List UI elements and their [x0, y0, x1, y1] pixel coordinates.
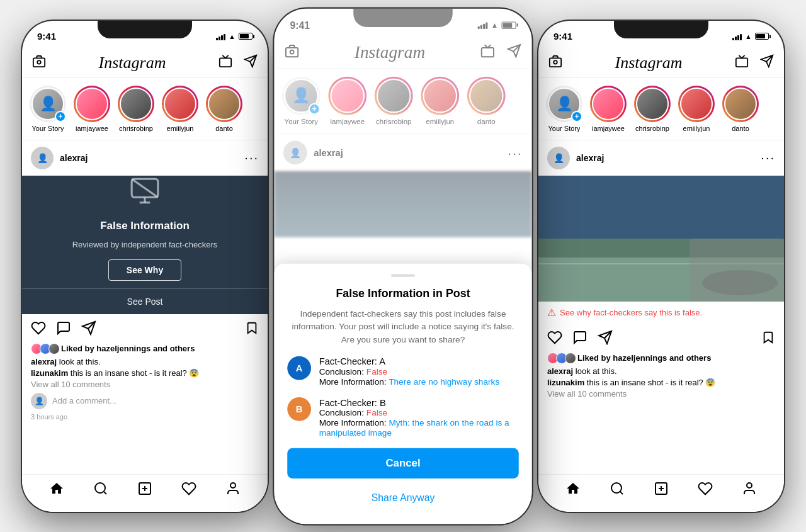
- bookmark-icon-left[interactable]: [245, 321, 259, 339]
- story-item-chrisrobinp-right[interactable]: chrisrobinp: [634, 86, 671, 132]
- svg-point-16: [230, 483, 236, 488]
- comment-line-left: lizunakim this is an insane shot - is it…: [31, 368, 259, 378]
- comment-icon-right[interactable]: [572, 330, 587, 349]
- story-ring-chrisrobinp-right: [634, 86, 671, 122]
- like-icon-right[interactable]: [547, 330, 562, 349]
- battery-fill-right: [756, 34, 765, 38]
- svg-rect-24: [736, 58, 747, 67]
- story-item-your-story-right[interactable]: 👤 + Your Story: [546, 86, 582, 132]
- story-item-emiilyjun-left[interactable]: emiilyjun: [162, 86, 198, 132]
- phone-screen-right: 9:41 ▲: [538, 21, 784, 512]
- wifi-icon-right: ▲: [745, 33, 752, 40]
- share-icon-left[interactable]: [81, 320, 96, 339]
- story-item-iamjaywee-right[interactable]: iamjaywee: [590, 86, 627, 132]
- svg-line-6: [132, 179, 158, 197]
- liked-avatar-3-right: [565, 353, 576, 364]
- fc-more-info-a: More Information: There are no highway s…: [319, 376, 519, 387]
- home-nav-icon-left[interactable]: [49, 481, 64, 500]
- phone-left: 9:41 ▲: [22, 21, 268, 512]
- instagram-logo-left: Instagram: [99, 54, 166, 72]
- add-nav-icon-right[interactable]: [654, 481, 669, 500]
- see-why-button-left[interactable]: See Why: [108, 259, 181, 281]
- modal-handle: [391, 274, 415, 276]
- story-avatar-iamjaywee-left: [76, 88, 108, 120]
- fc-name-b: Fact-Checker: B: [319, 397, 519, 407]
- fc-conclusion-b: Conclusion: False: [319, 407, 519, 417]
- fc-more-info-label-b: More Information:: [319, 417, 387, 427]
- heart-nav-icon-right[interactable]: [698, 481, 713, 500]
- story-item-emiilyjun-right[interactable]: emiilyjun: [678, 86, 715, 132]
- caption-text-left: alexraj look at this.: [31, 357, 259, 366]
- svg-line-12: [104, 492, 106, 494]
- story-item-chrisrobinp-left[interactable]: chrisrobinp: [118, 86, 154, 132]
- fc-content-a: Fact-Checker: A Conclusion: False More I…: [319, 356, 519, 386]
- story-item-danto-right[interactable]: danto: [722, 86, 759, 132]
- status-time-right: 9:41: [553, 31, 572, 42]
- send-icon-left[interactable]: [244, 54, 258, 72]
- tv-icon-left[interactable]: [219, 54, 232, 72]
- story-name-iamjaywee-left: iamjaywee: [76, 125, 108, 132]
- phone-right: 9:41 ▲: [538, 21, 784, 512]
- modal-description: Independent fact-checkers say this post …: [287, 307, 519, 345]
- phone-screen-middle: 9:41 ▲: [274, 8, 532, 524]
- view-comments-right[interactable]: View all 10 comments: [547, 389, 775, 399]
- phones-container: 9:41 ▲: [0, 0, 806, 532]
- like-icon-left[interactable]: [31, 320, 46, 339]
- bookmark-icon-right[interactable]: [761, 331, 775, 348]
- post-actions-right: [538, 324, 784, 353]
- profile-nav-icon-left[interactable]: [225, 481, 241, 500]
- instagram-logo-right: Instagram: [615, 54, 683, 72]
- search-nav-icon-left[interactable]: [93, 481, 108, 500]
- tv-icon-right[interactable]: [735, 54, 749, 72]
- story-avatar-wrap-emiilyjun-left: [162, 86, 198, 122]
- signal-bars-left: [216, 33, 225, 40]
- modal-cancel-button[interactable]: Cancel: [287, 448, 519, 478]
- story-avatar-chrisrobinp-left: [120, 88, 152, 120]
- svg-point-32: [702, 270, 778, 295]
- wifi-icon-left: ▲: [229, 33, 236, 40]
- story-name-chrisrobinp-right: chrisrobinp: [635, 125, 669, 132]
- search-nav-icon-right[interactable]: [610, 481, 625, 500]
- story-ring-danto-left: [206, 86, 242, 122]
- status-icons-right: ▲: [732, 33, 769, 40]
- send-icon-right[interactable]: [760, 54, 774, 72]
- phone-screen-left: 9:41 ▲: [22, 21, 268, 512]
- post-header-right: 👤 alexraj ···: [538, 140, 784, 176]
- home-nav-icon-right[interactable]: [565, 481, 581, 500]
- svg-point-23: [553, 60, 557, 64]
- story-avatar-wrap-chrisrobinp-right: [634, 86, 671, 122]
- post-more-right[interactable]: ···: [761, 150, 775, 165]
- add-comment-text-left[interactable]: Add a comment...: [52, 396, 116, 405]
- story-avatar-wrap-iamjaywee-left: [74, 86, 110, 122]
- story-item-danto-left[interactable]: danto: [206, 86, 242, 132]
- profile-nav-icon-right[interactable]: [742, 481, 757, 500]
- status-icons-left: ▲: [216, 33, 253, 40]
- story-item-your-story-left[interactable]: 👤 + Your Story: [30, 86, 66, 132]
- post-more-left[interactable]: ···: [244, 150, 259, 165]
- fc-badge-b: B: [287, 397, 311, 421]
- false-info-subtitle-left: Reviewed by independent fact-checkers: [72, 240, 218, 249]
- fc-warning-icon-right: ⚠: [547, 307, 556, 319]
- svg-point-1: [37, 60, 41, 64]
- post-image-right: [538, 176, 784, 302]
- view-comments-left[interactable]: View all 10 comments: [31, 380, 259, 389]
- add-nav-icon-left[interactable]: [137, 481, 152, 500]
- share-icon-right[interactable]: [598, 330, 613, 349]
- camera-icon-right[interactable]: [548, 54, 562, 72]
- post-content-left: False Information Reviewed by independen…: [22, 176, 268, 314]
- camera-icon-left[interactable]: [32, 54, 46, 72]
- signal-bar-3: [221, 35, 223, 40]
- fc-conclusion-a: Conclusion: False: [319, 366, 519, 376]
- signal-bar-2: [219, 37, 220, 40]
- story-avatar-wrap-iamjaywee-right: [590, 86, 627, 122]
- ig-header-icons-left: [219, 54, 258, 72]
- comment-icon-left[interactable]: [56, 320, 71, 339]
- heart-nav-icon-left[interactable]: [181, 481, 196, 500]
- svg-rect-22: [550, 58, 561, 67]
- modal-share-anyway-button[interactable]: Share Anyway: [287, 486, 519, 508]
- story-item-iamjaywee-left[interactable]: iamjaywee: [74, 86, 110, 132]
- see-post-bar-left[interactable]: See Post: [22, 288, 268, 314]
- fc-more-info-val-a: There are no highway sharks: [389, 376, 499, 387]
- fact-check-notice-right[interactable]: ⚠ See why fact-checkers say this is fals…: [538, 302, 784, 324]
- modal-backdrop: False Information in Post Independent fa…: [274, 8, 532, 524]
